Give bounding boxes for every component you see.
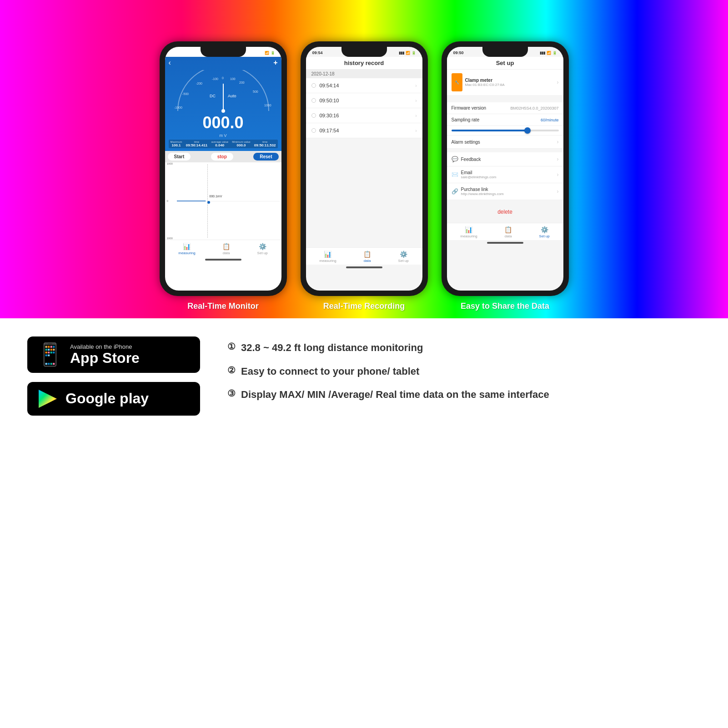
purchase-row[interactable]: 🔗 Purchase link http://www.elinkthings.c… [447,183,563,200]
device-mac: Mac:01:B3:EC:C0:27:8A [465,83,505,87]
wifi-icon2: 📶 [406,51,410,55]
svg-point-10 [221,109,225,113]
history-item-2[interactable]: 09:50:10 › [306,93,422,108]
control-row: Start stop Reset [165,151,281,162]
phone2-screen: 09:54 ▮▮▮ 📶 🔋 history record 2020-12-18 … [306,47,422,291]
phone3-status-icons: ▮▮▮ 📶 🔋 [540,51,557,55]
stat-maximum: Maximum 100.1 [171,141,182,147]
phone3-notch [482,47,528,57]
phone1-caption: Real-Time Monitor [187,296,259,318]
feedback-row[interactable]: 💬 Feedback › [447,152,563,166]
phone3-header: Set up [447,57,563,70]
app-store-badge[interactable]: 📱 Available on the iPhone App Store [27,336,200,373]
phone1-screen: 09:50 ▮▮▮ 📶 🔋 ‹ + [165,47,281,291]
phone2-header: history record [306,57,422,70]
chevron-icon: › [415,83,417,88]
tab-measuring-3[interactable]: 📊 measuring [460,226,477,238]
phone1-frame: 09:50 ▮▮▮ 📶 🔋 ‹ + [160,41,287,296]
phone2-notch [341,47,387,57]
phone2-time: 09:54 [312,50,323,55]
stop-button[interactable]: stop [211,153,233,161]
svg-text:-200: -200 [196,82,202,85]
phone1-status-icons: ▮▮▮ 📶 🔋 [258,51,275,55]
chart-area: 1000 0 1000 000.1mV [165,162,281,240]
feature-1-num: ① [227,341,236,352]
start-button[interactable]: Start [168,153,191,161]
tab-data-2[interactable]: 📋 data [363,251,371,263]
alarm-chevron: › [557,139,559,145]
tab-setup-1[interactable]: ⚙️ Set up [257,243,268,255]
email-row[interactable]: ✉️ Email sale@elinkthings.com › [447,166,563,183]
history-item-3[interactable]: 09:30:16 › [306,108,422,123]
unit-label: m V [169,133,278,138]
history-date: 2020-12-18 [306,70,422,78]
tab-setup-2[interactable]: ⚙️ Set up [398,251,409,263]
delete-button[interactable]: delete [497,209,512,215]
phone1-bottom-bar: 📊 measuring 📋 data ⚙️ Set up [165,240,281,257]
stat-min: Minimum value 000.0 [232,141,250,147]
data-icon: 📋 [222,243,230,250]
wifi-icon: 📶 [265,51,269,55]
setup-icon: ⚙️ [259,243,266,250]
chevron-icon3: › [415,113,417,118]
device-icon: 🔧 [452,73,462,91]
tab-data-3[interactable]: 📋 data [504,226,512,238]
stat-time1: time 09:50:14.411 [186,141,208,147]
phone1-blue-area: ‹ + -1000 -500 -200 [165,57,281,151]
device-name: Clamp meter [465,78,505,83]
top-section: 09:50 ▮▮▮ 📶 🔋 ‹ + [0,0,728,318]
tab-measuring-2[interactable]: 📊 measuring [319,251,336,263]
slider-track[interactable] [452,130,559,131]
feature-2-num: ② [227,365,236,376]
svg-text:0: 0 [222,76,224,80]
firmware-row: Firmware version BM02H5S4.0.0_20200307 [447,102,563,114]
stats-row: Maximum 100.1 time 09:50:14.411 average … [169,140,278,148]
stat-time2: time 09:50:11.532 [254,141,276,147]
svg-text:Auto: Auto [228,94,236,98]
history-item-4[interactable]: 09:17:54 › [306,123,422,138]
chart-svg [177,164,280,238]
apple-icon: 📱 [36,342,64,367]
signal-icon: ▮▮▮ [258,51,263,55]
slider-thumb[interactable] [524,127,531,134]
feature-3: ③ Display MAX/ MIN /Average/ Real time d… [227,388,701,402]
feature-2-text: Easy to connect to your phone/ tablet [241,365,419,379]
tab-data-1[interactable]: 📋 data [222,243,230,255]
feature-1-text: 32.8 ~ 49.2 ft long distance monitoring [241,341,423,355]
svg-text:DC: DC [210,94,216,98]
gauge-svg: -1000 -500 -200 -100 0 100 200 500 1000 [169,70,278,115]
device-chevron: › [557,79,559,85]
slider-fill [452,130,527,131]
tab-measuring-1[interactable]: 📊 measuring [178,243,195,255]
svg-text:-500: -500 [182,92,189,95]
tab-setup-3[interactable]: ⚙️ Set up [539,226,550,238]
history-item-1[interactable]: 09:54:14 › [306,78,422,93]
measuring-icon: 📊 [183,243,191,250]
play-store-icon [36,387,59,410]
firmware-value: BM02H5S4.0.0_20200307 [510,106,558,110]
sampling-label: Sampling rate [452,117,480,122]
email-value: sale@elinkthings.com [461,175,497,179]
alarm-row[interactable]: Alarm settings › [447,136,563,149]
svg-marker-14 [39,390,57,408]
setup-icon2: ⚙️ [400,251,407,258]
phone1-wrapper: 09:50 ▮▮▮ 📶 🔋 ‹ + [160,41,287,318]
link-icon: 🔗 [452,188,458,195]
app-store-text: Available on the iPhone App Store [70,343,140,366]
reset-button[interactable]: Reset [253,153,278,161]
app-store-main-text: App Store [70,350,140,366]
svg-text:100: 100 [230,77,236,80]
plus-button[interactable]: + [273,59,277,67]
phone2-status-icons: ▮▮▮ 📶 🔋 [399,51,416,55]
battery-icon2: 🔋 [412,51,416,55]
phone2-home-indicator [346,266,382,268]
back-arrow-icon[interactable]: ‹ [169,59,171,67]
device-row[interactable]: 🔧 Clamp meter Mac:01:B3:EC:C0:27:8A › [447,70,563,95]
signal-icon2: ▮▮▮ [399,51,404,55]
phone3-caption: Easy to Share the Data [461,296,549,318]
gauge-area: -1000 -500 -200 -100 0 100 200 500 1000 [169,68,278,118]
features-list: ① 32.8 ~ 49.2 ft long distance monitorin… [227,336,701,416]
purchase-label: Purchase link [461,187,504,192]
google-play-badge[interactable]: Google play [27,382,200,416]
phone2-wrapper: 09:54 ▮▮▮ 📶 🔋 history record 2020-12-18 … [301,41,428,318]
